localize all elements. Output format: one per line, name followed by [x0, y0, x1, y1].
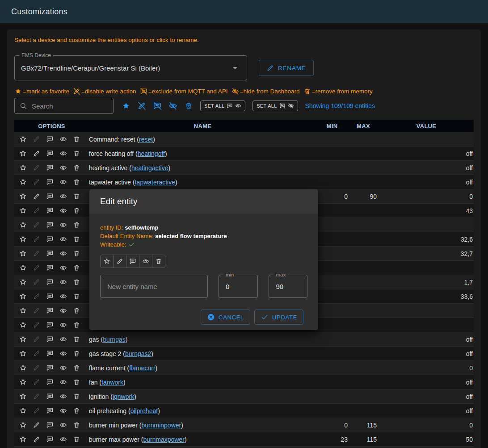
edit-pencil-icon[interactable]: [33, 264, 40, 272]
edit-pencil-icon[interactable]: [33, 335, 40, 343]
toggle-delete-trash-icon[interactable]: [152, 255, 165, 268]
entity-shortname-link[interactable]: heatingoff: [138, 150, 165, 157]
mqtt-exclude-icon[interactable]: [46, 378, 54, 386]
remove-trash-icon[interactable]: [73, 164, 80, 172]
favorite-star-icon[interactable]: [19, 207, 27, 214]
favorite-star-icon[interactable]: [19, 250, 27, 257]
favorite-star-icon[interactable]: [19, 364, 27, 372]
visibility-eye-icon[interactable]: [59, 207, 67, 214]
remove-trash-icon[interactable]: [73, 407, 80, 415]
table-row[interactable]: burner min power (burnminpower) 0 115 0: [14, 418, 474, 432]
mqtt-exclude-icon[interactable]: [46, 421, 54, 429]
eye-off-icon[interactable]: [168, 101, 177, 110]
comment-off-icon[interactable]: [153, 101, 162, 110]
pencil-off-icon[interactable]: [137, 101, 146, 110]
visibility-eye-icon[interactable]: [59, 335, 67, 343]
favorite-star-icon[interactable]: [19, 178, 27, 186]
table-row[interactable]: fan (fanwork) off: [14, 375, 474, 389]
edit-pencil-icon[interactable]: [33, 321, 40, 329]
remove-trash-icon[interactable]: [73, 221, 80, 229]
edit-pencil-icon[interactable]: [33, 364, 40, 372]
favorite-star-icon[interactable]: [19, 393, 27, 400]
mqtt-exclude-icon[interactable]: [46, 221, 54, 229]
mqtt-exclude-icon[interactable]: [46, 264, 54, 272]
edit-pencil-icon[interactable]: [33, 135, 40, 143]
toggle-mqtt-comment-icon[interactable]: [126, 255, 139, 268]
remove-trash-icon[interactable]: [73, 150, 80, 157]
favorite-star-icon[interactable]: [19, 150, 27, 157]
favorite-star-icon[interactable]: [19, 321, 27, 329]
set-all-hide-button[interactable]: SET ALL: [252, 100, 298, 111]
mqtt-exclude-icon[interactable]: [46, 178, 54, 186]
remove-trash-icon[interactable]: [73, 378, 80, 386]
edit-pencil-icon[interactable]: [33, 221, 40, 229]
mqtt-exclude-icon[interactable]: [46, 435, 54, 443]
favorite-star-icon[interactable]: [19, 435, 27, 443]
visibility-eye-icon[interactable]: [59, 293, 67, 300]
remove-trash-icon[interactable]: [73, 350, 80, 357]
star-filled-icon[interactable]: [122, 101, 130, 110]
rename-button[interactable]: RENAME: [259, 60, 314, 76]
entity-shortname-link[interactable]: reset: [139, 136, 153, 143]
visibility-eye-icon[interactable]: [59, 378, 67, 386]
ems-device-select[interactable]: EMS Device GBx72/Trendline/Cerapur/Green…: [14, 55, 247, 80]
entity-shortname-link[interactable]: burnminpower: [142, 422, 181, 429]
entity-shortname-link[interactable]: fanwork: [101, 379, 123, 386]
visibility-eye-icon[interactable]: [59, 164, 67, 172]
visibility-eye-icon[interactable]: [59, 178, 67, 186]
favorite-star-icon[interactable]: [19, 135, 27, 143]
table-row[interactable]: force heating off (heatingoff) off: [14, 147, 474, 161]
remove-trash-icon[interactable]: [73, 393, 80, 400]
visibility-eye-icon[interactable]: [59, 321, 67, 329]
favorite-star-icon[interactable]: [19, 407, 27, 415]
mqtt-exclude-icon[interactable]: [46, 250, 54, 257]
visibility-eye-icon[interactable]: [59, 307, 67, 314]
max-input[interactable]: [275, 282, 301, 291]
favorite-star-icon[interactable]: [19, 164, 27, 172]
remove-trash-icon[interactable]: [73, 193, 80, 200]
edit-pencil-icon[interactable]: [33, 407, 40, 415]
edit-pencil-icon[interactable]: [33, 421, 40, 429]
mqtt-exclude-icon[interactable]: [46, 193, 54, 200]
entity-shortname-link[interactable]: burngas2: [125, 350, 151, 357]
edit-pencil-icon[interactable]: [33, 378, 40, 386]
mqtt-exclude-icon[interactable]: [46, 350, 54, 357]
entity-shortname-link[interactable]: burnmaxpower: [143, 436, 185, 443]
remove-trash-icon[interactable]: [73, 364, 80, 372]
edit-pencil-icon[interactable]: [33, 178, 40, 186]
edit-pencil-icon[interactable]: [33, 393, 40, 400]
visibility-eye-icon[interactable]: [59, 350, 67, 357]
remove-trash-icon[interactable]: [73, 307, 80, 314]
visibility-eye-icon[interactable]: [59, 221, 67, 229]
table-row[interactable]: ignition (ignwork) off: [14, 389, 474, 404]
remove-trash-icon[interactable]: [73, 321, 80, 329]
edit-pencil-icon[interactable]: [33, 250, 40, 257]
favorite-star-icon[interactable]: [19, 221, 27, 229]
mqtt-exclude-icon[interactable]: [46, 235, 54, 243]
favorite-star-icon[interactable]: [19, 335, 27, 343]
visibility-eye-icon[interactable]: [59, 421, 67, 429]
table-row[interactable]: flame current (flamecurr) 0: [14, 361, 474, 375]
edit-pencil-icon[interactable]: [33, 278, 40, 286]
min-field[interactable]: min: [219, 275, 258, 298]
favorite-star-icon[interactable]: [19, 293, 27, 300]
remove-trash-icon[interactable]: [73, 235, 80, 243]
entity-shortname-link[interactable]: oilpreheat: [130, 407, 158, 415]
visibility-eye-icon[interactable]: [59, 278, 67, 286]
edit-pencil-icon[interactable]: [33, 435, 40, 443]
entity-shortname-link[interactable]: heatingactive: [131, 164, 168, 172]
favorite-star-icon[interactable]: [19, 421, 27, 429]
favorite-star-icon[interactable]: [19, 235, 27, 243]
visibility-eye-icon[interactable]: [59, 407, 67, 415]
visibility-eye-icon[interactable]: [59, 264, 67, 272]
favorite-star-icon[interactable]: [19, 193, 27, 200]
favorite-star-icon[interactable]: [19, 307, 27, 314]
toggle-favorite-star-icon[interactable]: [100, 255, 114, 268]
cancel-button[interactable]: CANCEL: [201, 310, 250, 325]
remove-trash-icon[interactable]: [73, 178, 80, 186]
update-button[interactable]: UPDATE: [254, 310, 303, 325]
edit-pencil-icon[interactable]: [33, 235, 40, 243]
table-row[interactable]: gas (burngas) off: [14, 332, 474, 347]
favorite-star-icon[interactable]: [19, 278, 27, 286]
mqtt-exclude-icon[interactable]: [46, 293, 54, 300]
